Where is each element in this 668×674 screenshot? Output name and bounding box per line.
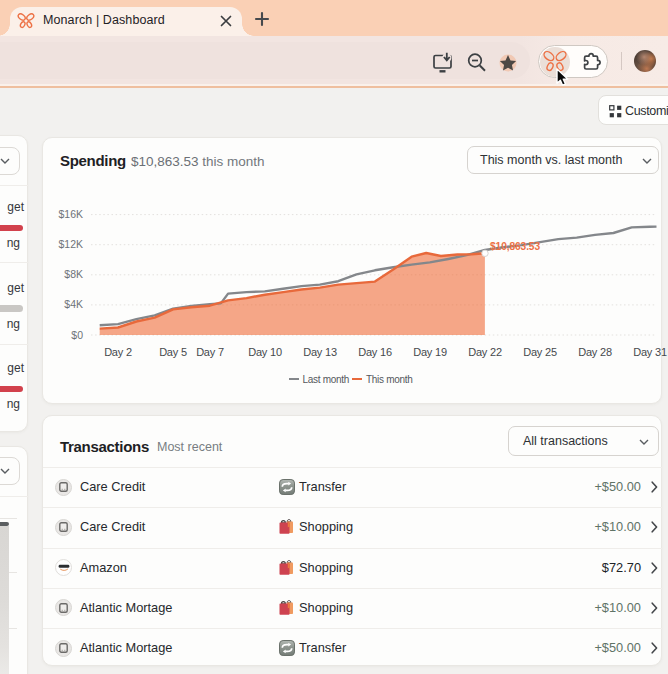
svg-text:This month: This month (366, 374, 412, 385)
svg-text:$10,863.53: $10,863.53 (490, 241, 540, 252)
svg-text:$16K: $16K (58, 208, 83, 220)
svg-text:Day 10: Day 10 (248, 346, 282, 358)
svg-text:Day 31: Day 31 (633, 346, 667, 358)
svg-text:Day 22: Day 22 (468, 346, 502, 358)
svg-text:$8K: $8K (64, 268, 83, 280)
svg-text:Day 16: Day 16 (358, 346, 392, 358)
svg-text:Day 25: Day 25 (523, 346, 557, 358)
svg-text:Day 2: Day 2 (104, 346, 132, 358)
svg-text:Day 13: Day 13 (303, 346, 337, 358)
svg-text:$12K: $12K (58, 238, 83, 250)
svg-text:$4K: $4K (64, 298, 83, 310)
svg-text:Day 5: Day 5 (159, 346, 187, 358)
svg-text:Day 28: Day 28 (578, 346, 612, 358)
svg-text:Day 7: Day 7 (196, 346, 224, 358)
svg-text:Last month: Last month (303, 374, 349, 385)
svg-text:Day 19: Day 19 (413, 346, 447, 358)
svg-text:$0: $0 (71, 329, 83, 341)
